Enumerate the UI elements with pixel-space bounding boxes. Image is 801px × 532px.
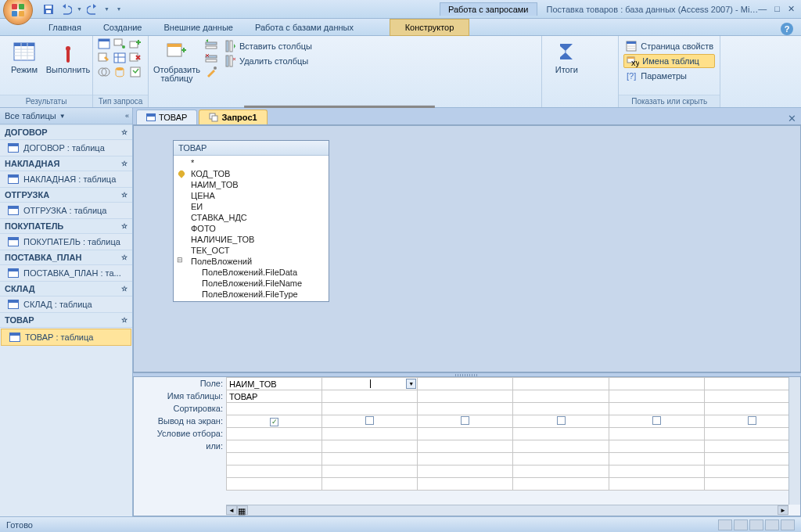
tab-external-data[interactable]: Внешние данные: [153, 20, 244, 35]
vertical-scrollbar[interactable]: [788, 377, 800, 505]
nav-dropdown-icon[interactable]: ▼: [59, 113, 66, 120]
delete-rows-icon[interactable]: [205, 52, 217, 65]
nav-group-header[interactable]: ПОСТАВКА_ПЛАН☆: [0, 250, 132, 265]
qbe-field-3[interactable]: [418, 378, 513, 390]
qbe-show-1[interactable]: ✓: [227, 415, 322, 428]
field-list-title: ТОВАР: [174, 141, 329, 156]
field-item[interactable]: КОД_ТОВ: [174, 168, 329, 179]
ribbon-group-query-type: Тип запроса: [93, 36, 149, 107]
insert-columns-button[interactable]: Вставить столбцы: [222, 39, 537, 53]
nav-item[interactable]: ТОВАР : таблица: [1, 329, 131, 346]
tab-database-tools[interactable]: Работа с базами данных: [244, 20, 365, 35]
svg-rect-41: [230, 56, 232, 66]
tab-home[interactable]: Главная: [38, 20, 92, 35]
run-button[interactable]: Выполнить: [48, 38, 88, 76]
chart-view-icon[interactable]: [749, 519, 763, 530]
nav-header[interactable]: Все таблицы ▼ «: [0, 108, 132, 124]
doc-tab-tovar[interactable]: ТОВАР: [136, 110, 197, 124]
undo-icon[interactable]: [59, 3, 72, 16]
nav-group-header[interactable]: СКЛАД☆: [0, 281, 132, 297]
group-label-show: Показать или скрыть: [619, 95, 720, 107]
qbe-show-2[interactable]: [322, 415, 418, 428]
field-item[interactable]: НАЛИЧИЕ_ТОВ: [174, 234, 329, 245]
nav-item[interactable]: НАКЛАДНАЯ : таблица: [0, 171, 132, 187]
field-sub-item[interactable]: ПолеВложений.FileType: [174, 289, 329, 300]
builder-icon[interactable]: [205, 66, 217, 78]
qbe-table-1[interactable]: ТОВАР: [227, 390, 322, 403]
nav-item[interactable]: ПОСТАВКА_ПЛАН : та...: [0, 265, 132, 281]
data-definition-icon[interactable]: [129, 66, 142, 78]
append-query-icon[interactable]: [129, 38, 142, 50]
parameters-button[interactable]: [?]Параметры: [623, 69, 715, 83]
field-item[interactable]: ФОТО: [174, 223, 329, 234]
ribbon: Режим Выполнить Результаты Тип запрос: [0, 36, 801, 108]
show-table-button[interactable]: Отобразить таблицу: [153, 38, 200, 84]
field-sub-item[interactable]: ПолеВложений.FileName: [174, 278, 329, 289]
make-table-icon[interactable]: [113, 38, 126, 50]
nav-group-header[interactable]: НАКЛАДНАЯ☆: [0, 156, 132, 171]
qbe-field-2[interactable]: ▼: [322, 378, 418, 390]
update-query-icon[interactable]: [98, 52, 110, 64]
qat-customize-icon[interactable]: ▾: [117, 5, 120, 13]
datasheet-view-icon[interactable]: [718, 519, 732, 530]
pivot-view-icon[interactable]: [734, 519, 748, 530]
window-title: Поставка товаров : база данных (Access 2…: [547, 5, 759, 14]
insert-rows-icon[interactable]: [205, 39, 217, 52]
table-names-button[interactable]: xyzИмена таблиц: [623, 54, 715, 68]
close-tab-icon[interactable]: ✕: [788, 113, 796, 124]
undo-dropdown-icon[interactable]: ▼: [77, 6, 82, 12]
svg-rect-15: [66, 50, 70, 61]
field-item[interactable]: ЕИ: [174, 201, 329, 212]
svg-rect-8: [14, 43, 34, 46]
qbe-field-4[interactable]: [513, 378, 609, 390]
svg-text:xyz: xyz: [631, 58, 639, 67]
redo-dropdown-icon[interactable]: ▼: [104, 6, 110, 12]
crosstab-query-icon[interactable]: [113, 52, 126, 64]
qbe-field-6[interactable]: [704, 378, 799, 390]
tab-design[interactable]: Конструктор: [390, 19, 469, 36]
datasheet-icon: [12, 39, 37, 64]
nav-item[interactable]: СКЛАД : таблица: [0, 297, 132, 312]
nav-collapse-icon[interactable]: «: [125, 112, 128, 120]
tab-create[interactable]: Создание: [92, 20, 153, 35]
field-list-tovar[interactable]: ТОВАР *КОД_ТОВНАИМ_ТОВЦЕНАЕИСТАВКА_НДСФО…: [173, 140, 329, 302]
nav-item[interactable]: ОТГРУЗКА : таблица: [0, 203, 132, 218]
restore-button[interactable]: □: [774, 4, 780, 14]
svg-rect-23: [114, 53, 125, 63]
field-dropdown-icon[interactable]: ▼: [406, 379, 416, 389]
field-item[interactable]: ЦЕНА: [174, 190, 329, 201]
union-query-icon[interactable]: [98, 66, 110, 78]
qbe-cells[interactable]: НАИМ_ТОВ▼ ТОВАР ✓: [226, 377, 800, 516]
totals-button[interactable]: Итоги: [547, 38, 586, 76]
redo-icon[interactable]: [87, 3, 99, 16]
doc-tab-query1[interactable]: Запрос1: [199, 110, 267, 124]
field-item[interactable]: ПолеВложений: [174, 256, 329, 267]
design-view-icon[interactable]: [781, 519, 795, 530]
nav-group-header[interactable]: ТОВАР☆: [0, 312, 132, 328]
field-item[interactable]: НАИМ_ТОВ: [174, 179, 329, 190]
nav-group-header[interactable]: ОТГРУЗКА☆: [0, 187, 132, 203]
qbe-field-1[interactable]: НАИМ_ТОВ: [227, 378, 322, 390]
delete-col-icon: [224, 55, 236, 67]
passthrough-query-icon[interactable]: [113, 66, 126, 78]
horizontal-scrollbar[interactable]: ◄▦►: [226, 505, 788, 516]
nav-item[interactable]: ДОГОВОР : таблица: [0, 140, 132, 156]
field-item[interactable]: СТАВКА_НДС: [174, 212, 329, 223]
field-item[interactable]: ТЕК_ОСТ: [174, 245, 329, 256]
delete-query-icon[interactable]: [129, 52, 142, 64]
select-query-icon[interactable]: [98, 38, 110, 50]
view-button[interactable]: Режим: [5, 38, 44, 76]
help-icon[interactable]: ?: [781, 23, 793, 35]
minimize-button[interactable]: —: [758, 4, 767, 14]
query-design-surface[interactable]: ТОВАР *КОД_ТОВНАИМ_ТОВЦЕНАЕИСТАВКА_НДСФО…: [133, 125, 801, 372]
qbe-field-5[interactable]: [609, 378, 704, 390]
nav-group-header[interactable]: ПОКУПАТЕЛЬ☆: [0, 218, 132, 234]
sql-view-icon[interactable]: [765, 519, 779, 530]
save-icon[interactable]: [42, 3, 55, 16]
delete-columns-button[interactable]: Удалить столбцы: [222, 54, 537, 68]
nav-group-header[interactable]: ДОГОВОР☆: [0, 124, 132, 140]
nav-item[interactable]: ПОКУПАТЕЛЬ : таблица: [0, 234, 132, 250]
property-sheet-button[interactable]: Страница свойств: [623, 39, 715, 53]
close-button[interactable]: ✕: [788, 4, 795, 14]
field-sub-item[interactable]: ПолеВложений.FileData: [174, 267, 329, 278]
